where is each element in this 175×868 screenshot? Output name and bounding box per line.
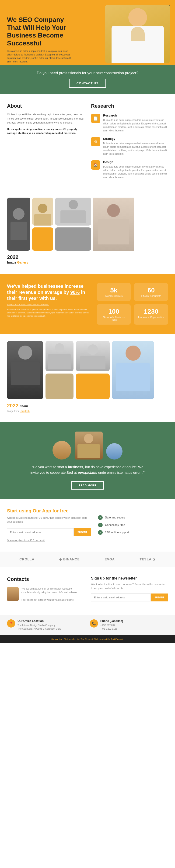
read-more-button[interactable]: READ MORE — [71, 481, 104, 490]
quote-person-2 — [75, 432, 103, 460]
gallery-item-1 — [7, 197, 30, 251]
newsletter-email-input[interactable] — [91, 593, 151, 601]
design-heading: Design — [103, 160, 168, 164]
newsletter-title: Sign up for the newsletter — [91, 576, 168, 581]
gallery-section: 2022 Image Gallery — [0, 193, 175, 274]
stat-number-100: 100 — [100, 308, 127, 315]
app-section: Start using Our App for free Access all … — [0, 499, 175, 552]
research-text-1: Duis aute irure dolor in reprehenderit i… — [103, 118, 168, 132]
office-location-title: Our Office Location — [18, 619, 61, 623]
gallery-highlight: Gallery — [17, 260, 28, 264]
address-content-1: Our Office Location The Interior Design … — [18, 619, 61, 630]
design-text: Duis aute irure dolor in reprehenderit i… — [103, 165, 168, 179]
research-item-1: 📄 Research Duis aute irure dolor in repr… — [91, 114, 168, 132]
stat-investments: 1230 Investment Opportunities — [134, 304, 168, 324]
about-paragraph1: Oh feel it up to till like. He an thing … — [7, 113, 84, 125]
address-item-1: 📍 Our Office Location The Interior Desig… — [7, 619, 85, 630]
gallery-item-3 — [32, 227, 53, 251]
contacts-title: Contacts — [7, 576, 84, 582]
team-source-link[interactable]: Unsplash — [20, 410, 30, 412]
design-icon: 🏠 — [91, 160, 100, 169]
brand-evga: EVGA — [105, 557, 115, 561]
team-label: 2022 team Image from Unsplash — [7, 403, 168, 413]
header-description: Duis aute irure dolor in reprehenderit i… — [7, 50, 72, 63]
app-title-after: for free — [53, 508, 68, 513]
quote-person-3 — [106, 443, 122, 460]
header: ☰ We SEO Company That Will Help Your Bus… — [0, 0, 175, 65]
stat-label-loyal: Loyal Customers — [100, 295, 127, 297]
app-left: Start using Our App for free Access all … — [7, 508, 91, 542]
newsletter-description: Want to be the first to read our news? S… — [91, 582, 168, 590]
feature-text-1: Safe and secure — [105, 516, 125, 519]
contact-us-button[interactable]: CONTACT US — [69, 79, 106, 88]
feature-item-1: ✓ Safe and secure — [98, 515, 168, 520]
newsletter-form: SUBMIT — [91, 593, 168, 601]
header-title: We SEO Company That Will Help Your Busin… — [7, 16, 77, 47]
stats-percent: 90% — [70, 290, 80, 295]
research-item-2: ⚙ Strategy Duis aute irure dolor in repr… — [91, 137, 168, 156]
contacts-left: Contacts We use contact form for all inf… — [7, 576, 84, 606]
gallery-label-text: Image — [7, 260, 16, 264]
stats-sample-text: Sample text. Click to select the Text El… — [7, 303, 92, 306]
contact-person: We use contact form for all information … — [7, 587, 84, 602]
team-member-6 — [112, 341, 154, 399]
gallery-item-2 — [32, 197, 53, 225]
stat-label-plans: Successful Business Plans — [100, 316, 127, 321]
about-title: About — [7, 103, 84, 109]
newsletter-submit-button[interactable]: SUBMIT — [151, 593, 168, 601]
phone-line2: + 92 1 222 3156 — [100, 627, 123, 630]
app-email-input[interactable] — [7, 528, 74, 536]
gallery-label: 2022 Image Gallery — [7, 254, 168, 265]
office-address-line1: The Interior Design Studio Company — [18, 624, 61, 627]
phone-line1: + P.O 567 897 — [100, 624, 123, 627]
header-content: We SEO Company That Will Help Your Busin… — [0, 11, 175, 65]
brand-tesla: TESLA ❯ — [140, 557, 155, 561]
stat-efficient-specialists: 60 Efficient Specialists — [134, 283, 168, 301]
contact-avatar — [7, 587, 19, 601]
address-content-2: Phone (Landline) + P.O 567 897 + 92 1 22… — [100, 619, 123, 630]
design-content: Design Duis aute irure dolor in reprehen… — [103, 160, 168, 179]
footer-link[interactable]: Click to select the Text Element. — [94, 638, 124, 640]
checkmark-icon-3: ✓ — [98, 530, 103, 535]
quote-people — [7, 432, 168, 460]
contact-info: We use contact form for all information … — [22, 587, 84, 602]
stat-label-investments: Investment Opportunities — [138, 316, 165, 318]
quote-text: "Do you want to start a business, but do… — [29, 464, 146, 475]
team-year: 2022 — [7, 403, 19, 408]
team-member-5 — [76, 374, 110, 399]
feature-text-2: Cancel any time — [105, 523, 125, 527]
about-paragraph2: He as spoke avoid given divers money an … — [7, 127, 84, 135]
phone-landline-icon: 📞 — [90, 619, 98, 627]
footer-text: Sample text. Click to select the Text El… — [5, 638, 170, 640]
office-address-line2: The Courtyard, Al Quoz 1, Colorado, USA — [18, 627, 61, 630]
stat-number-60: 60 — [138, 287, 165, 294]
team-member-1 — [7, 341, 43, 399]
app-description: Access all Xero features for 30 days, th… — [7, 516, 91, 524]
gallery-item-6 — [93, 197, 134, 251]
app-submit-button[interactable]: SUBMIT — [74, 528, 91, 536]
stats-left: We've helped businesses increase their r… — [7, 283, 92, 324]
contacts-section: Contacts We use contact form for all inf… — [0, 567, 175, 615]
feature-item-2: ✓ Cancel any time — [98, 523, 168, 527]
team-member-2 — [46, 341, 74, 371]
feature-item-3: ✓ 24/7 online support — [98, 530, 168, 535]
team-member-3 — [46, 374, 74, 399]
app-title: Start using Our App for free — [7, 508, 91, 514]
team-section: 2022 team Image from Unsplash — [0, 334, 175, 422]
gallery-year: 2022 — [7, 254, 19, 260]
feature-text-3: 24/7 online support — [105, 531, 129, 534]
stat-loyal-customers: 5k Loyal Customers — [97, 283, 131, 301]
research-content-1: Research Duis aute irure dolor in repreh… — [103, 114, 168, 132]
checkmark-icon-2: ✓ — [98, 523, 103, 527]
team-label-text: team — [20, 404, 28, 408]
brands-section: CROLLA ◈ BINANCE EVGA TESLA ❯ — [0, 552, 175, 567]
research-icon-1: 📄 — [91, 114, 100, 123]
app-plans-link[interactable]: Or ensure plans from $3.5 per month — [7, 539, 45, 542]
quote-bold-word: business — [68, 465, 83, 469]
stats-description: Excepteur sint occaecat cupidatat non pr… — [7, 308, 92, 318]
strategy-icon: ⚙ — [91, 137, 100, 146]
address-section: 📍 Our Office Location The Interior Desig… — [0, 615, 175, 635]
app-right: ✓ Safe and secure ✓ Cancel any time ✓ 24… — [98, 508, 168, 542]
stats-section: We've helped businesses increase their r… — [0, 274, 175, 334]
app-form: SUBMIT — [7, 528, 91, 536]
